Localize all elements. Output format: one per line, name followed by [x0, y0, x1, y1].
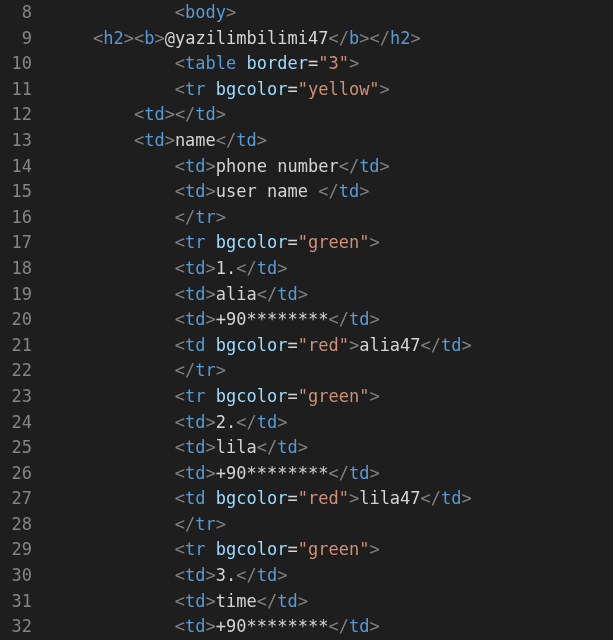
- line-number: 20: [0, 307, 32, 333]
- code-line[interactable]: <tr bgcolor="green">: [52, 384, 613, 410]
- code-line[interactable]: <td>+90********</td>: [52, 614, 613, 640]
- line-number-gutter: 8910111213141516171819202122232425262728…: [0, 0, 48, 640]
- code-editor[interactable]: 8910111213141516171819202122232425262728…: [0, 0, 613, 640]
- line-number: 19: [0, 282, 32, 308]
- code-line[interactable]: <tr bgcolor="yellow">: [52, 77, 613, 103]
- code-line[interactable]: <td>1.</td>: [52, 256, 613, 282]
- line-number: 17: [0, 230, 32, 256]
- code-line[interactable]: <td>2.</td>: [52, 410, 613, 436]
- line-number: 12: [0, 102, 32, 128]
- line-number: 24: [0, 410, 32, 436]
- line-number: 21: [0, 333, 32, 359]
- line-number: 30: [0, 563, 32, 589]
- line-number: 28: [0, 512, 32, 538]
- line-number: 22: [0, 358, 32, 384]
- code-line[interactable]: <body>: [52, 0, 613, 26]
- line-number: 18: [0, 256, 32, 282]
- code-line[interactable]: <td></td>: [52, 102, 613, 128]
- code-line[interactable]: <td>3.</td>: [52, 563, 613, 589]
- line-number: 15: [0, 179, 32, 205]
- code-line[interactable]: <td bgcolor="red">lila47</td>: [52, 486, 613, 512]
- line-number: 10: [0, 51, 32, 77]
- code-area[interactable]: <body> <h2><b>@yazilimbilimi47</b></h2> …: [48, 0, 613, 640]
- code-line[interactable]: <td>time</td>: [52, 589, 613, 615]
- line-number: 8: [0, 0, 32, 26]
- code-line[interactable]: <td>name</td>: [52, 128, 613, 154]
- code-line[interactable]: <td>alia</td>: [52, 282, 613, 308]
- line-number: 14: [0, 154, 32, 180]
- line-number: 9: [0, 26, 32, 52]
- line-number: 26: [0, 461, 32, 487]
- code-line[interactable]: </tr>: [52, 512, 613, 538]
- code-line[interactable]: <tr bgcolor="green">: [52, 537, 613, 563]
- line-number: 25: [0, 435, 32, 461]
- code-line[interactable]: <tr bgcolor="green">: [52, 230, 613, 256]
- code-line[interactable]: <td bgcolor="red">alia47</td>: [52, 333, 613, 359]
- line-number: 16: [0, 205, 32, 231]
- line-number: 29: [0, 537, 32, 563]
- code-line[interactable]: <table border="3">: [52, 51, 613, 77]
- line-number: 11: [0, 77, 32, 103]
- line-number: 13: [0, 128, 32, 154]
- code-line[interactable]: <td>+90********</td>: [52, 461, 613, 487]
- code-line[interactable]: </tr>: [52, 358, 613, 384]
- line-number: 27: [0, 486, 32, 512]
- code-line[interactable]: </tr>: [52, 205, 613, 231]
- line-number: 23: [0, 384, 32, 410]
- code-line[interactable]: <td>lila</td>: [52, 435, 613, 461]
- code-line[interactable]: <h2><b>@yazilimbilimi47</b></h2>: [52, 26, 613, 52]
- line-number: 32: [0, 614, 32, 640]
- line-number: 31: [0, 589, 32, 615]
- code-line[interactable]: <td>phone number</td>: [52, 154, 613, 180]
- code-line[interactable]: <td>+90********</td>: [52, 307, 613, 333]
- code-line[interactable]: <td>user name </td>: [52, 179, 613, 205]
